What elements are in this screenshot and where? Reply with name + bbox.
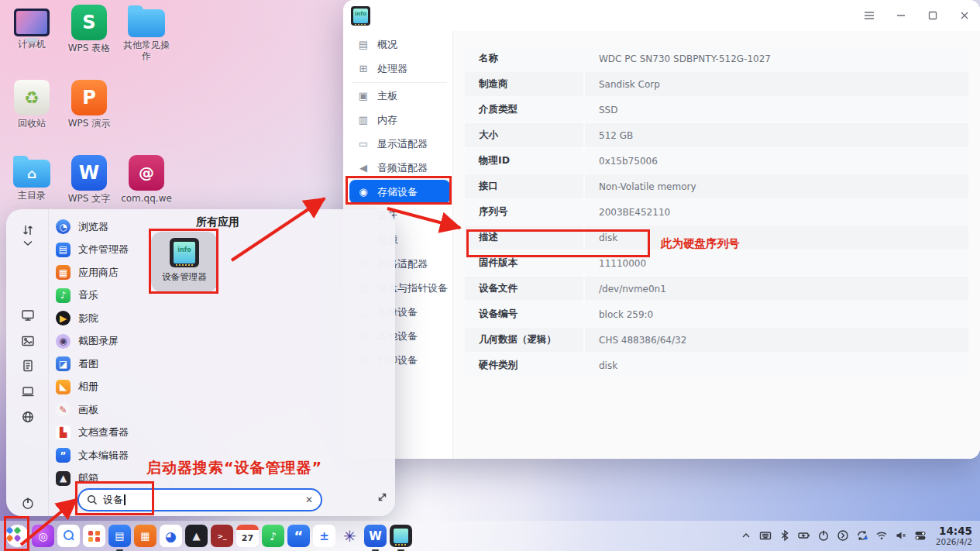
clear-search-icon[interactable]: ✕	[305, 494, 313, 505]
launcher-search-input[interactable]: 设备 ✕	[77, 488, 322, 511]
wps-writer[interactable]: W	[364, 525, 387, 547]
device-manager-icon: info	[351, 6, 370, 26]
launcher-app-item[interactable]: ▤ 文件管理器	[50, 239, 166, 262]
music[interactable]: ♪	[262, 525, 284, 547]
app-label: 浏览器	[78, 220, 108, 234]
minimize-button[interactable]	[885, 0, 916, 31]
table-row-label: 几何数据（逻辑）	[465, 328, 583, 352]
bluetooth-icon[interactable]	[778, 529, 792, 542]
desktop-icon[interactable]: ♻ 回收站	[4, 80, 60, 155]
documents-category-icon[interactable]	[6, 359, 49, 373]
launcher[interactable]	[6, 525, 29, 547]
uos-assistant[interactable]: ◎	[32, 525, 54, 547]
launcher-app-item[interactable]: ◣ 相册	[50, 376, 166, 399]
notification-center-icon[interactable]	[836, 529, 850, 542]
toggles-icon[interactable]	[913, 529, 927, 542]
calendar[interactable]: 27	[236, 525, 259, 547]
mail-client[interactable]: ▲	[185, 525, 208, 547]
wifi-icon[interactable]	[875, 529, 889, 542]
clock[interactable]: 14:45 2026/4/2	[936, 525, 972, 547]
sidebar-item[interactable]: ▣ 主板	[349, 84, 450, 108]
desktop-icon-label: 主目录	[5, 190, 58, 201]
desktop-icon[interactable]: 其他常见操作	[119, 5, 174, 80]
table-row-value: 11110000	[585, 251, 968, 275]
battery-icon[interactable]	[797, 529, 811, 542]
sidebar-item-label: 存储设备	[377, 185, 418, 199]
desktop-icon[interactable]: P WPS 演示	[61, 80, 117, 155]
table-row-label: 制造商	[465, 72, 583, 96]
launcher-app-item[interactable]: ” 文本编辑器	[50, 444, 166, 467]
menu-icon[interactable]	[853, 0, 885, 31]
sidebar-item[interactable]: ◉ 存储设备	[349, 180, 450, 204]
file-manager[interactable]: ▤	[108, 525, 131, 547]
title-bar[interactable]: info	[343, 0, 980, 31]
desktop-icon[interactable]: S WPS 表格	[61, 5, 117, 80]
sidebar-item[interactable]: ⊞ 处理器	[349, 57, 450, 81]
tray-expand-icon[interactable]	[739, 529, 753, 542]
update-sync-icon[interactable]	[855, 529, 869, 542]
launcher-app-item[interactable]: ◉ 截图录屏	[50, 330, 166, 353]
app-label: 音乐	[78, 288, 98, 302]
app-store[interactable]: ▦	[134, 525, 156, 547]
launcher-app-item[interactable]: ♪ 音乐	[50, 284, 166, 308]
network-category-icon[interactable]	[6, 410, 49, 424]
table-row-label: 接口	[465, 174, 583, 198]
desktop-icon[interactable]: 计算机	[4, 5, 60, 80]
device-manager-icon: info	[170, 238, 199, 267]
monitor-category-icon[interactable]	[6, 308, 49, 322]
table-row-label: 大小	[465, 123, 583, 147]
device-manager-window: info ▤	[343, 0, 980, 459]
voice-notes[interactable]: “	[287, 525, 310, 547]
search-result-device-manager[interactable]: info 设备管理器	[151, 232, 218, 292]
grand-search[interactable]	[57, 525, 80, 547]
terminal[interactable]: >_	[211, 525, 233, 547]
table-row-label: 硬件类别	[465, 353, 583, 377]
sidebar-item[interactable]: ▤ 概况	[349, 33, 450, 57]
table-row-value: WDC PC SN730 SDBPNTY-512G-1027	[585, 46, 968, 71]
launcher-app-item[interactable]: ▶ 影院	[50, 307, 166, 330]
power-icon[interactable]	[6, 496, 49, 510]
close-button[interactable]	[948, 0, 980, 31]
launcher-app-item[interactable]: ▦ 应用商店	[50, 261, 166, 284]
device-info-table: 名称 WDC PC SN730 SDBPNTY-512G-1027 制造商 Sa…	[465, 46, 968, 379]
launcher-app-item[interactable]: ▙ 文档查看器	[50, 422, 166, 445]
calculator[interactable]: ±	[313, 525, 335, 547]
sidebar-item-icon: ◉	[357, 186, 370, 198]
browser[interactable]: ◕	[160, 525, 182, 547]
app-label: 相册	[78, 380, 98, 394]
app-label: 影院	[78, 312, 98, 325]
pictures-category-icon[interactable]	[6, 334, 49, 348]
sidebar-item[interactable]: ▥ 内存	[349, 108, 450, 132]
taskbar-app-glyph: “	[294, 528, 304, 544]
maximize-button[interactable]	[916, 0, 948, 31]
device-category-icon[interactable]	[6, 384, 49, 398]
sort-icon[interactable]	[6, 223, 49, 237]
taskbar: ◎ ▤ ▦ ◕ ▲	[0, 521, 980, 551]
table-row: 固件版本 11110000	[465, 251, 968, 275]
table-row-label: 名称	[465, 46, 583, 71]
device-manager[interactable]	[390, 525, 412, 547]
launcher-app-item[interactable]: ◪ 看图	[50, 353, 166, 376]
desktop-icon-art: ♻	[14, 80, 50, 115]
search-icon	[87, 494, 98, 505]
power-icon[interactable]	[817, 529, 830, 542]
launcher-app-item[interactable]: ▲ 邮箱	[50, 467, 166, 491]
desktop-icon-label: WPS 演示	[63, 118, 115, 129]
chevron-down-icon[interactable]	[6, 240, 49, 246]
search-result-label: 设备管理器	[162, 271, 207, 283]
launcher-app-item[interactable]: ✎ 画板	[50, 398, 166, 422]
table-row-value: Non-Volatile memory	[585, 174, 968, 198]
launchpad[interactable]	[83, 525, 105, 547]
volume-muted-icon[interactable]	[894, 529, 908, 542]
table-row-label: 介质类型	[465, 98, 583, 122]
expand-fullscreen-icon[interactable]	[377, 491, 388, 506]
sidebar-item-label: 内存	[377, 113, 397, 127]
app-label: 文本编辑器	[78, 449, 129, 463]
table-row: 设备编号 block 259:0	[465, 302, 968, 326]
launcher-app-item[interactable]: ◔ 浏览器	[50, 215, 166, 239]
table-row-value: 2003BE452110	[585, 200, 968, 224]
sidebar-item[interactable]: ▭ 显示适配器	[349, 132, 450, 156]
sidebar-item[interactable]: ◀ 音频适配器	[349, 156, 450, 180]
input-method-icon[interactable]	[758, 529, 772, 542]
control-center[interactable]: ✳	[339, 525, 361, 547]
